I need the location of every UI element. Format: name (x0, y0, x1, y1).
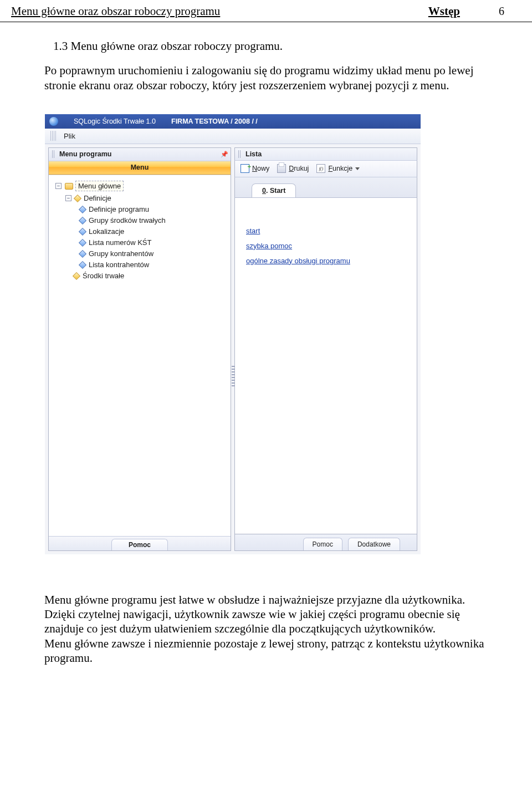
diamond-icon (79, 250, 86, 258)
section-heading: 1.3 Menu główne oraz obszar roboczy prog… (44, 39, 493, 53)
tree-node-definicje[interactable]: − Definicje (65, 193, 226, 204)
main-bottom-tabs: Pomoc Dodatkowe (234, 534, 417, 551)
diamond-icon (74, 195, 81, 202)
tree-node-srodki[interactable]: Środki trwałe (65, 270, 226, 282)
diamond-icon (79, 228, 86, 236)
tree-item[interactable]: Lista numerów KŚT (80, 237, 226, 248)
content-area: start szybka pomoc ogólne zasady obsługi… (234, 197, 417, 534)
tree-root[interactable]: − Menu główne (55, 180, 226, 193)
titlebar: SQLogic Środki Trwałe 1.0 FIRMA TESTOWA … (45, 114, 421, 129)
new-icon (241, 164, 249, 173)
grip-icon (50, 131, 57, 141)
tree-item[interactable]: Definicje programu (80, 204, 226, 215)
toolbar-print-label: rukuj (294, 165, 309, 172)
app-context: FIRMA TESTOWA / 2008 / / (171, 118, 258, 125)
toolbar-new[interactable]: Nowy (241, 164, 269, 173)
app-title: SQLogic Środki Trwałe 1.0 (74, 118, 156, 125)
section-paragraph-2: Menu główne programu jest łatwe w obsłud… (44, 593, 493, 636)
diamond-icon (79, 217, 86, 224)
diamond-icon (79, 239, 86, 247)
pin-icon[interactable]: 📌 (221, 151, 227, 157)
tree-root-label: Menu główne (75, 181, 124, 191)
grip-icon (52, 150, 55, 158)
app-icon (49, 117, 58, 126)
tab-pomoc-bottom[interactable]: Pomoc (303, 538, 342, 550)
tree-item-label: Lokalizacje (89, 227, 124, 236)
tree-item-label: Grupy kontrahentów (89, 249, 154, 258)
tree-node-label: Środki trwałe (83, 272, 124, 280)
tree-item-label: Lista numerów KŚT (89, 238, 151, 247)
header-left: Menu główne oraz obszar roboczy programu (11, 4, 220, 18)
toolbar: Nowy Drukuj f() Funkcje (234, 161, 417, 177)
tab-start[interactable]: 0. Start (252, 183, 296, 198)
diamond-icon (79, 261, 86, 269)
menu-file[interactable]: Plik (60, 130, 79, 142)
grip-icon (238, 150, 241, 158)
header-section-title: Wstęp (428, 4, 460, 18)
side-panel-bottom-tabs: Pomoc (49, 536, 231, 550)
workspace: Menu programu 📌 Menu − Menu główne − (45, 144, 421, 554)
toolbar-new-label: owy (257, 165, 269, 172)
app-window: SQLogic Środki Trwałe 1.0 FIRMA TESTOWA … (44, 114, 421, 555)
section-paragraph-3: Menu główne zawsze i niezmiennie pozosta… (44, 636, 493, 666)
tree-item-label: Lista kontrahentów (89, 261, 149, 269)
collapse-icon[interactable]: − (65, 195, 71, 201)
folder-icon (65, 183, 73, 190)
collapse-icon[interactable]: − (55, 183, 62, 189)
link-quick-help[interactable]: szybka pomoc (246, 242, 406, 250)
menubar: Plik (45, 129, 421, 144)
section-paragraph-1: Po poprawnym uruchomieniu i zalogowaniu … (44, 63, 493, 93)
link-general-rules[interactable]: ogólne zasady obsługi programu (246, 257, 406, 265)
main-panel-titlebar: Lista (234, 147, 417, 161)
tree-item-label: Definicje programu (89, 205, 149, 213)
tree-item-label: Grupy środków trwałych (89, 216, 166, 224)
tab-strip: 0. Start (234, 177, 417, 197)
tab-dodatkowe[interactable]: Dodatkowe (348, 538, 400, 550)
page-header: Menu główne oraz obszar roboczy programu… (0, 0, 532, 22)
side-panel-header: Menu (49, 161, 231, 175)
diamond-icon (73, 272, 80, 280)
page-number: 6 (482, 5, 504, 18)
diamond-icon (79, 206, 86, 213)
menu-tree: − Menu główne − Definicje Definicje prog… (49, 175, 231, 536)
tab-pomoc[interactable]: Pomoc (111, 539, 168, 550)
tree-item[interactable]: Grupy kontrahentów (80, 248, 226, 259)
toolbar-functions[interactable]: f() Funkcje (316, 164, 360, 173)
main-panel-title: Lista (245, 150, 262, 158)
toolbar-print[interactable]: Drukuj (277, 164, 309, 173)
print-icon (277, 164, 286, 173)
tab-start-label: . Start (266, 187, 285, 195)
tree-item[interactable]: Lokalizacje (80, 226, 226, 237)
tree-item[interactable]: Grupy środków trwałych (80, 215, 226, 226)
chevron-down-icon (355, 167, 360, 170)
link-start[interactable]: start (246, 227, 406, 235)
toolbar-functions-label: unkcje (332, 165, 352, 172)
main-panel: Lista Nowy Drukuj f() Funkcje (234, 147, 417, 551)
side-panel-titlebar: Menu programu 📌 (49, 148, 231, 161)
tree-node-label: Definicje (84, 194, 111, 202)
tree-item[interactable]: Lista kontrahentów (80, 259, 226, 270)
functions-icon: f() (316, 164, 325, 173)
splitter-handle[interactable] (232, 366, 235, 388)
side-panel-title: Menu programu (59, 150, 111, 158)
side-panel: Menu programu 📌 Menu − Menu główne − (48, 147, 231, 551)
